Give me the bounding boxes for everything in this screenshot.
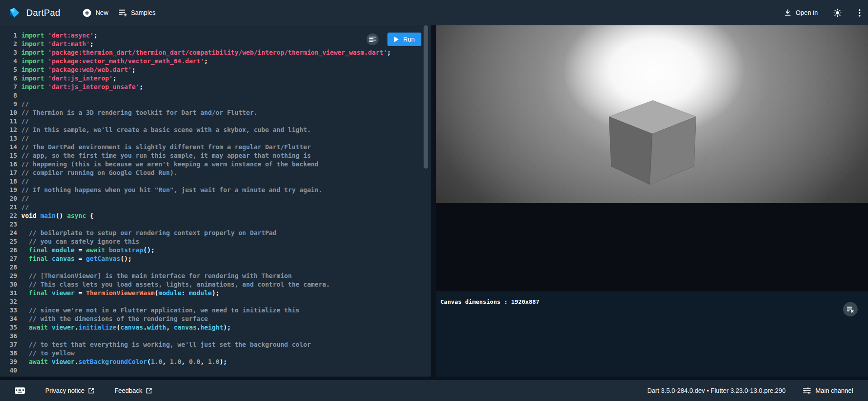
line-number: 38 xyxy=(0,349,17,358)
code-line[interactable]: 5import 'package:web/web.dart'; xyxy=(0,66,431,74)
theme-toggle-button[interactable] xyxy=(833,9,842,17)
code-editor[interactable]: 1import 'dart:async';2import 'dart:math'… xyxy=(0,25,431,377)
line-content xyxy=(17,297,21,306)
line-number: 26 xyxy=(0,246,17,255)
code-line[interactable]: 3import 'package:thermion_dart/thermion_… xyxy=(0,48,431,57)
code-line[interactable]: 37 // to test that everything is working… xyxy=(0,340,431,349)
line-content: // to yellow xyxy=(17,349,75,358)
code-line[interactable]: 29 // [ThermionViewer] is the main inter… xyxy=(0,272,431,280)
code-line[interactable]: 23 xyxy=(0,220,431,229)
line-content: import 'dart:math'; xyxy=(17,40,94,48)
open-in-button[interactable]: Open in xyxy=(784,9,818,16)
line-number: 2 xyxy=(0,40,17,48)
code-line[interactable]: 17// compiler running on Google Cloud Ru… xyxy=(0,169,431,177)
code-line[interactable]: 33 // since we're not in a Flutter appli… xyxy=(0,306,431,315)
code-line[interactable]: 10// Thermion is a 3D rendering toolkit … xyxy=(0,109,431,117)
code-line[interactable]: 18// xyxy=(0,177,431,186)
privacy-notice-link[interactable]: Privacy notice xyxy=(45,387,94,394)
line-content: // xyxy=(17,117,29,126)
frame-background xyxy=(436,203,868,292)
feedback-label: Feedback xyxy=(114,387,142,394)
code-line[interactable]: 12// In this sample, we'll create a basi… xyxy=(0,126,431,134)
line-number: 18 xyxy=(0,177,17,186)
dartpad-logo xyxy=(8,7,20,19)
code-line[interactable]: 20// xyxy=(0,194,431,203)
output-panel: Canvas dimensions : 868x401 xyxy=(436,25,868,377)
code-line[interactable]: 35 await viewer.initialize(canvas.width,… xyxy=(0,323,431,332)
line-number: 7 xyxy=(0,83,17,91)
code-line[interactable]: 34 // with the dimensions of the renderi… xyxy=(0,315,431,323)
channel-label: Main channel xyxy=(816,387,853,394)
line-number: 21 xyxy=(0,203,17,212)
code-line[interactable]: 36 xyxy=(0,332,431,340)
feedback-link[interactable]: Feedback xyxy=(114,387,151,394)
kebab-menu-icon xyxy=(859,9,861,17)
code-line[interactable]: 26 final module = await bootstrap(); xyxy=(0,246,431,255)
format-button[interactable] xyxy=(367,33,378,45)
line-number: 25 xyxy=(0,237,17,246)
samples-list-icon xyxy=(118,9,127,17)
samples-button[interactable]: Samples xyxy=(118,9,156,17)
code-line[interactable]: 9// xyxy=(0,100,431,109)
code-line[interactable]: 11// xyxy=(0,117,431,126)
channel-selector[interactable]: Main channel xyxy=(803,387,853,394)
code-line[interactable]: 6import 'dart:js_interop'; xyxy=(0,74,431,83)
code-line[interactable]: 31 final viewer = ThermionViewerWasm(mod… xyxy=(0,289,431,297)
code-line[interactable]: 40 xyxy=(0,366,431,375)
code-line[interactable]: 8 xyxy=(0,91,431,100)
line-number: 12 xyxy=(0,126,17,134)
editor-scrollbar-thumb[interactable] xyxy=(424,25,428,169)
footer-status: Dart 3.5.0-284.0.dev • Flutter 3.23.0-13… xyxy=(647,387,853,394)
code-line[interactable]: 32 xyxy=(0,297,431,306)
sdk-version-text: Dart 3.5.0-284.0.dev • Flutter 3.23.0-13… xyxy=(647,387,786,394)
external-link-icon xyxy=(88,388,94,394)
new-button-label: New xyxy=(95,9,108,16)
line-content: // xyxy=(17,100,29,109)
render-canvas[interactable] xyxy=(436,25,868,203)
header-actions: Open in xyxy=(784,9,861,17)
code-line[interactable]: 16// happening (this is because we aren'… xyxy=(0,160,431,169)
line-content: // app, so the first time you run this s… xyxy=(17,151,311,160)
code-line[interactable]: 13// xyxy=(0,134,431,143)
overflow-menu-button[interactable] xyxy=(859,9,861,17)
keyboard-shortcuts-button[interactable] xyxy=(15,387,25,394)
code-line[interactable]: 25 // you can safely ignore this xyxy=(0,237,431,246)
code-line[interactable]: 27 final canvas = getCanvas(); xyxy=(0,255,431,263)
line-number: 39 xyxy=(0,358,17,366)
code-line[interactable]: 28 xyxy=(0,263,431,272)
line-content xyxy=(17,366,21,375)
code-line[interactable]: 4import 'package:vector_math/vector_math… xyxy=(0,57,431,66)
code-line[interactable]: 24 // boilerplate to setup our rendering… xyxy=(0,229,431,237)
external-link-icon xyxy=(146,388,152,394)
cube-3d xyxy=(609,100,696,186)
code-line[interactable]: 19// If nothing happens when you hit "Ru… xyxy=(0,186,431,194)
line-number: 28 xyxy=(0,263,17,272)
code-line[interactable]: 7import 'dart:js_interop_unsafe'; xyxy=(0,83,431,91)
code-line[interactable]: 38 // to yellow xyxy=(0,349,431,358)
line-content: final module = await bootstrap(); xyxy=(17,246,155,255)
run-button[interactable]: Run xyxy=(387,33,421,46)
line-content: import 'dart:js_interop_unsafe'; xyxy=(17,83,143,91)
privacy-notice-label: Privacy notice xyxy=(45,387,85,394)
line-content xyxy=(17,332,21,340)
console-output: Canvas dimensions : 868x401 xyxy=(440,298,539,305)
code-line[interactable]: 22void main() async { xyxy=(0,212,431,220)
line-content: // If nothing happens when you hit "Run"… xyxy=(17,186,322,194)
code-line[interactable]: 30 // This class lets you load assets, l… xyxy=(0,280,431,289)
line-number: 36 xyxy=(0,332,17,340)
line-number: 5 xyxy=(0,66,17,74)
new-button[interactable]: New xyxy=(83,9,108,17)
line-content: // to test that everything is working, w… xyxy=(17,340,311,349)
app-title: DartPad xyxy=(26,8,60,18)
line-content: // xyxy=(17,194,29,203)
clear-console-button[interactable] xyxy=(843,302,858,316)
code-line[interactable]: 14// The DartPad environment is slightly… xyxy=(0,143,431,151)
format-align-icon xyxy=(369,37,376,42)
code-line[interactable]: 15// app, so the first time you run this… xyxy=(0,151,431,160)
keyboard-icon xyxy=(15,387,25,394)
code-line[interactable]: 39 await viewer.setBackgroundColor(1.0, … xyxy=(0,358,431,366)
line-number: 10 xyxy=(0,109,17,117)
tune-icon xyxy=(803,387,811,394)
line-content: import 'package:vector_math/vector_math_… xyxy=(17,57,208,66)
code-line[interactable]: 21// xyxy=(0,203,431,212)
